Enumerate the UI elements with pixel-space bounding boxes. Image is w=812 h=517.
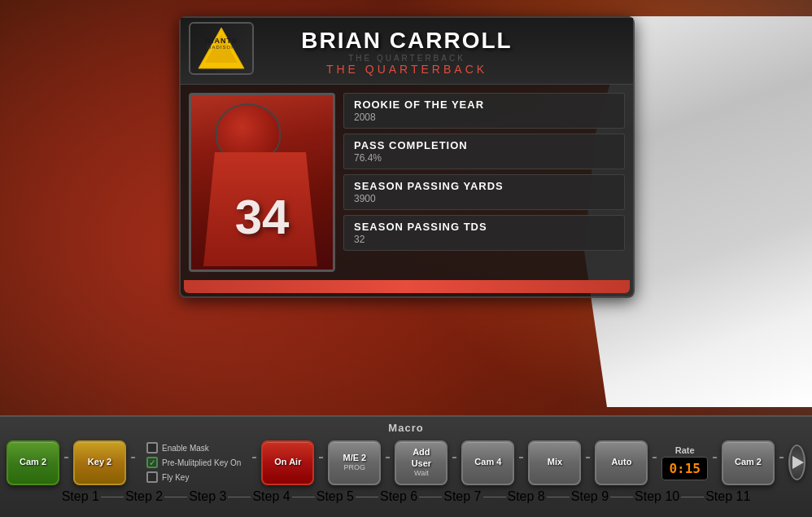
cam4-button[interactable]: Cam 4: [461, 440, 514, 485]
checkbox-premultiplied[interactable]: ✓ Pre-Mulitplied Key On: [146, 457, 241, 468]
me2prog-step: M/E 2 PROG: [328, 440, 381, 485]
mix-label: Mix: [548, 457, 562, 467]
step-line-4: [292, 497, 315, 497]
card-footer: [184, 280, 630, 293]
step-3-label: Step 3: [187, 489, 228, 504]
step-11-label: Step 11: [704, 489, 752, 504]
adduser-button[interactable]: Add User Wait: [395, 440, 447, 485]
video-area: GIANTS MADISON BRIAN CARROLL THE QUARTER…: [0, 0, 812, 415]
player-role: THE QUARTERBACK: [194, 63, 620, 76]
adduser-label2: User: [412, 458, 431, 469]
step-line-5: [356, 497, 378, 497]
connector-2: [131, 457, 135, 458]
cam2b-step: Cam 2: [722, 440, 775, 485]
step-1-label: Step 1: [60, 489, 101, 504]
steps-row: Step 1 Step 2 Step 3 Step 4 Step 5 Step …: [7, 489, 805, 504]
stat-value-2: 76.4%: [354, 152, 614, 164]
connector-6: [452, 457, 456, 458]
stat-label-2: PASS COMPLETION: [354, 139, 614, 151]
step-line-7: [483, 497, 506, 497]
adduser-sub: Wait: [414, 469, 429, 478]
stats-panel: ROOKIE OF THE YEAR 2008 PASS COMPLETION …: [343, 93, 625, 272]
step-line-2: [164, 497, 187, 497]
step-10-label: Step 10: [633, 489, 681, 504]
step-line-10: [681, 497, 704, 497]
stat-value-4: 32: [354, 234, 614, 245]
premultiplied-checkbox[interactable]: ✓: [146, 457, 158, 468]
cam2-button[interactable]: Cam 2: [7, 440, 59, 485]
player-name: BRIAN CARROLL: [194, 28, 620, 54]
connector-5: [386, 457, 390, 458]
step-line-1: [101, 497, 124, 497]
rate-display: Rate 0:15: [661, 445, 708, 480]
play-icon: [792, 456, 804, 469]
auto-step: Auto: [595, 440, 648, 485]
play-button[interactable]: [788, 445, 805, 480]
onair-button[interactable]: On Air: [261, 440, 314, 485]
step-5-label: Step 5: [315, 489, 356, 504]
me2prog-label: M/E 2: [343, 453, 366, 463]
checkbox-group: Enable Mask ✓ Pre-Mulitplied Key On Fly …: [140, 439, 247, 486]
step-4-label: Step 4: [251, 489, 291, 504]
step-line-6: [419, 497, 442, 497]
connector-9: [653, 457, 657, 458]
step-8-label: Step 8: [506, 489, 547, 504]
auto-button[interactable]: Auto: [595, 440, 648, 485]
player-photo: 34: [189, 93, 335, 272]
stat-label-4: SEASON PASSING TDS: [354, 221, 614, 233]
stat-value-1: 2008: [354, 112, 614, 123]
rate-label: Rate: [675, 445, 695, 455]
onair-step: On Air: [261, 440, 314, 485]
connector-8: [586, 457, 590, 458]
checkbox-enable-mask[interactable]: Enable Mask: [146, 442, 241, 453]
player-card: GIANTS MADISON BRIAN CARROLL THE QUARTER…: [179, 16, 635, 298]
macro-title: Macro: [388, 422, 423, 434]
step-9-label: Step 9: [570, 489, 610, 504]
connector-1: [64, 457, 68, 458]
stat-row-4: SEASON PASSING TDS 32: [343, 215, 625, 251]
player-subtitle-faded: THE QUARTERBACK: [194, 54, 620, 63]
step-line-8: [547, 497, 570, 497]
step-7-label: Step 7: [442, 489, 482, 504]
me2prog-sub: PROG: [344, 463, 366, 472]
fly-key-checkbox[interactable]: [146, 471, 158, 483]
stat-value-3: 3900: [354, 193, 614, 204]
connector-4: [319, 457, 323, 458]
card-header: GIANTS MADISON BRIAN CARROLL THE QUARTER…: [181, 18, 633, 85]
cam4-step: Cam 4: [461, 440, 514, 485]
step-line-9: [610, 497, 633, 497]
cam2b-button[interactable]: Cam 2: [722, 440, 775, 485]
rate-value: 0:15: [661, 457, 708, 480]
step-6-label: Step 6: [378, 489, 419, 504]
cam2-label: Cam 2: [20, 457, 46, 467]
mix-step: Mix: [528, 440, 581, 485]
enable-mask-checkbox[interactable]: [146, 442, 158, 453]
stat-row-2: PASS COMPLETION 76.4%: [343, 134, 625, 169]
macro-panel: Macro Cam 2 Key 2 Enable Mask ✓: [0, 415, 812, 517]
adduser-label: Add: [413, 447, 430, 458]
enable-mask-label: Enable Mask: [162, 444, 209, 453]
me2prog-button[interactable]: M/E 2 PROG: [328, 440, 381, 485]
macro-controls: Cam 2 Key 2 Enable Mask ✓ Pre-Mulitplied…: [7, 439, 805, 486]
key2-button[interactable]: Key 2: [73, 440, 126, 485]
connector-11: [779, 457, 784, 458]
jersey-number: 34: [235, 189, 290, 245]
stat-row-1: ROOKIE OF THE YEAR 2008: [343, 93, 625, 129]
connector-3: [252, 457, 256, 458]
adduser-step: Add User Wait: [395, 440, 447, 485]
checkbox-fly-key[interactable]: Fly Key: [146, 471, 241, 483]
key2-step: Key 2: [73, 440, 126, 485]
stat-label-1: ROOKIE OF THE YEAR: [354, 99, 614, 111]
connector-7: [519, 457, 523, 458]
stat-row-3: SEASON PASSING YARDS 3900: [343, 174, 625, 210]
auto-label: Auto: [611, 457, 631, 467]
cam4-label: Cam 4: [474, 457, 501, 467]
step-line-3: [228, 497, 251, 497]
cam2b-label: Cam 2: [735, 457, 762, 467]
connector-10: [713, 457, 717, 458]
mix-button[interactable]: Mix: [528, 440, 581, 485]
team-logo: GIANTS MADISON: [189, 22, 254, 75]
key2-label: Key 2: [88, 457, 111, 467]
card-body: 34 ROOKIE OF THE YEAR 2008 PASS COMPLETI…: [181, 85, 633, 280]
premultiplied-label: Pre-Mulitplied Key On: [162, 458, 241, 467]
